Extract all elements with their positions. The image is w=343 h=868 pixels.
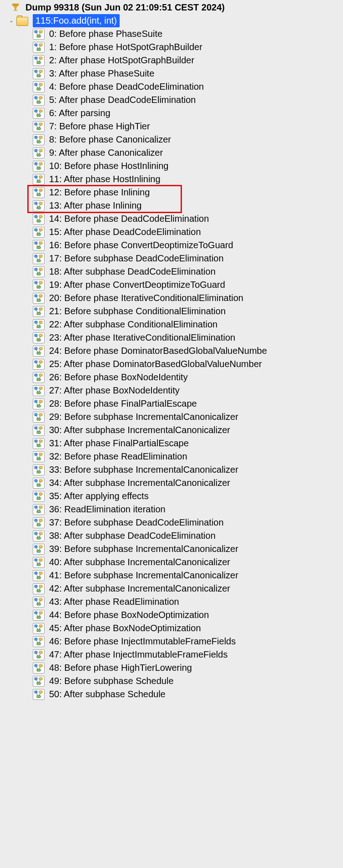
graph-icon <box>33 29 45 40</box>
tree-item-label: 7: Before phase HighTier <box>49 120 152 133</box>
collapse-toggle[interactable]: ⌄ <box>8 14 15 27</box>
graph-icon <box>33 689 45 700</box>
tree-item[interactable]: 2: After phase HotSpotGraphBuilder <box>0 54 343 67</box>
svg-line-139 <box>39 389 40 392</box>
svg-rect-206 <box>39 572 42 574</box>
svg-line-128 <box>36 363 38 365</box>
tree-item[interactable]: 49: Before subphase Schedule <box>0 674 343 688</box>
tree-item[interactable]: 38: After subphase DeadCodeElimination <box>0 529 343 542</box>
tree-item[interactable]: 30: After subphase IncrementalCanonicali… <box>0 424 343 437</box>
tree-item[interactable]: 21: Before subphase ConditionalEliminati… <box>0 305 343 318</box>
tree-item[interactable]: 27: After phase BoxNodeIdentity <box>0 384 343 397</box>
tree-item[interactable]: 37: Before subphase DeadCodeElimination <box>0 516 343 529</box>
tree-item-label: 25: After phase DominatorBasedGlobalValu… <box>49 357 264 371</box>
svg-line-219 <box>39 601 40 603</box>
tree-item[interactable]: 20: Before phase IterativeConditionalEli… <box>0 291 343 305</box>
tree-item[interactable]: 25: After phase DominatorBasedGlobalValu… <box>0 357 343 371</box>
svg-rect-141 <box>39 400 42 403</box>
tree-item[interactable]: 8: Before phase Canonicalizer <box>0 133 343 146</box>
folder-icon <box>16 17 28 26</box>
tree-item[interactable]: 48: Before phase HighTierLowering <box>0 661 343 674</box>
tree-item[interactable]: 44: Before phase BoxNodeOptimization <box>0 608 343 622</box>
tree-item[interactable]: 46: Before phase InjectImmutableFrameFie… <box>0 635 343 648</box>
svg-line-118 <box>36 337 38 339</box>
tree-item[interactable]: 6: After parsing <box>0 107 343 120</box>
svg-line-108 <box>36 310 38 312</box>
tree-item[interactable]: 28: Before phase FinalPartialEscape <box>0 397 343 410</box>
tree-item[interactable]: 7: Before phase HighTier <box>0 120 343 133</box>
tree-item-label: 16: Before phase ConvertDeoptimizeToGuar… <box>49 239 235 252</box>
tree-item[interactable]: 12: Before phase Inlining <box>0 186 343 199</box>
svg-line-134 <box>39 376 40 378</box>
svg-rect-237 <box>37 656 40 658</box>
svg-rect-102 <box>37 299 40 301</box>
tree-item[interactable]: 23: After phase IterativeConditionalElim… <box>0 331 343 344</box>
tree-item[interactable]: 4: Before phase DeadCodeElimination <box>0 80 343 93</box>
tree-item[interactable]: 13: After phase Inlining <box>0 199 343 212</box>
tree-item[interactable]: 43: After phase ReadElimination <box>0 595 343 608</box>
tree-item[interactable]: 11: After phase HostInlining <box>0 173 343 186</box>
tree-folder-row[interactable]: ⌄ 115:Foo.add(int, int) <box>0 14 343 27</box>
tree-item[interactable]: 19: After phase ConvertDeoptimizeToGuard <box>0 278 343 291</box>
svg-rect-57 <box>37 180 40 183</box>
tree-item[interactable]: 36: ReadElimination iteration <box>0 503 343 516</box>
tree-item[interactable]: 22: After subphase ConditionalEliminatio… <box>0 318 343 331</box>
svg-rect-55 <box>35 176 37 178</box>
tree-item[interactable]: 10: Before phase HostInlining <box>0 159 343 173</box>
svg-line-153 <box>36 429 38 431</box>
svg-rect-217 <box>37 603 40 605</box>
svg-line-84 <box>39 244 40 246</box>
svg-rect-16 <box>39 70 42 72</box>
svg-rect-0 <box>35 31 37 33</box>
svg-rect-60 <box>35 189 37 191</box>
svg-rect-251 <box>39 691 42 693</box>
tree-item[interactable]: 18: After subphase DeadCodeElimination <box>0 265 343 278</box>
tree-item[interactable]: 14: Before phase DeadCodeElimination <box>0 212 343 225</box>
tree-item[interactable]: 45: After phase BoxNodeOptimization <box>0 622 343 635</box>
tree-item[interactable]: 1: Before phase HotSpotGraphBuilder <box>0 41 343 54</box>
svg-line-233 <box>36 640 38 643</box>
svg-line-94 <box>39 271 40 273</box>
tree-item-label: 9: After phase Canonicalizer <box>49 146 165 159</box>
tree-item[interactable]: 40: After subphase IncrementalCanonicali… <box>0 556 343 569</box>
svg-rect-171 <box>39 480 42 482</box>
svg-line-113 <box>36 323 38 326</box>
tree-item-label: 45: After phase BoxNodeOptimization <box>49 622 203 635</box>
graph-icon <box>33 82 45 92</box>
tree-item[interactable]: 50: After subphase Schedule <box>0 688 343 701</box>
tree-item[interactable]: 39: Before subphase IncrementalCanonical… <box>0 542 343 556</box>
tree-item[interactable]: 42: After subphase IncrementalCanonicali… <box>0 582 343 595</box>
svg-rect-115 <box>35 334 37 337</box>
tree-item[interactable]: 9: After phase Canonicalizer <box>0 146 343 159</box>
svg-rect-235 <box>35 651 37 654</box>
graph-icon <box>33 187 45 198</box>
root-label: Dump 99318 (Sun Jun 02 21:09:51 CEST 202… <box>25 1 227 14</box>
tree-item[interactable]: 0: Before phase PhaseSuite <box>0 27 343 41</box>
tree-item[interactable]: 17: Before subphase DeadCodeElimination <box>0 252 343 265</box>
tree-item[interactable]: 29: Before subphase IncrementalCanonical… <box>0 410 343 424</box>
tree-item-label: 3: After phase PhaseSuite <box>49 67 156 80</box>
tree-item[interactable]: 24: Before phase DominatorBasedGlobalVal… <box>0 344 343 357</box>
svg-line-243 <box>36 667 38 669</box>
tree-item[interactable]: 5: After phase DeadCodeElimination <box>0 93 343 107</box>
tree-item[interactable]: 34: After subphase IncrementalCanonicali… <box>0 476 343 490</box>
tree-item[interactable]: 47: After phase InjectImmutableFrameFiel… <box>0 648 343 661</box>
svg-line-43 <box>36 138 38 141</box>
tree-item[interactable]: 35: After applying effects <box>0 490 343 503</box>
tree-item[interactable]: 41: Before subphase IncrementalCanonical… <box>0 569 343 582</box>
tree-item[interactable]: 33: Before subphase IncrementalCanonical… <box>0 463 343 476</box>
tree-item[interactable]: 16: Before phase ConvertDeoptimizeToGuar… <box>0 239 343 252</box>
tree-item[interactable]: 31: After phase FinalPartialEscape <box>0 437 343 450</box>
svg-rect-70 <box>35 215 37 218</box>
svg-rect-177 <box>37 497 40 500</box>
tree-root-row[interactable]: ▾ Dump 99318 (Sun Jun 02 21:09:51 CEST 2… <box>0 1 343 14</box>
svg-rect-232 <box>37 643 40 645</box>
tree-item[interactable]: 26: Before phase BoxNodeIdentity <box>0 371 343 384</box>
svg-line-38 <box>36 125 38 128</box>
graph-icon <box>33 214 45 225</box>
tree-item[interactable]: 32: Before phase ReadElimination <box>0 450 343 463</box>
tree-item[interactable]: 15: After phase DeadCodeElimination <box>0 225 343 239</box>
trophy-icon <box>10 2 21 13</box>
svg-line-74 <box>39 218 40 220</box>
tree-item[interactable]: 3: After phase PhaseSuite <box>0 67 343 80</box>
